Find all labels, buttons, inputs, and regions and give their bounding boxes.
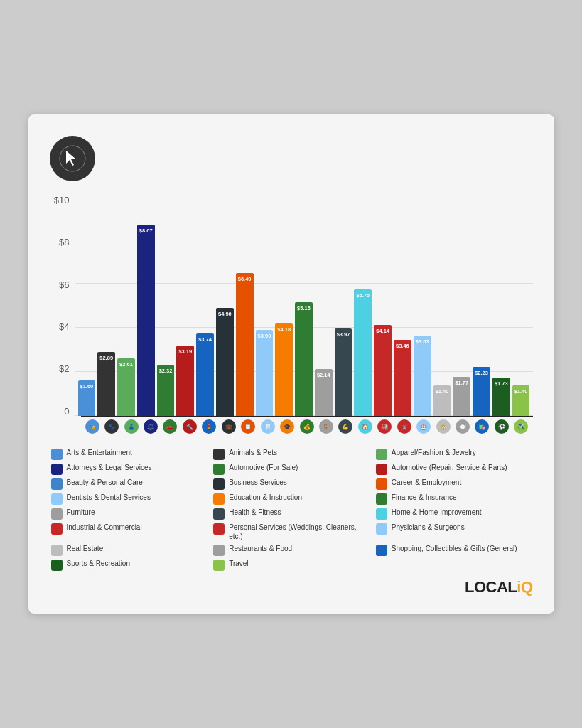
- legend-color-icon: [376, 478, 387, 490]
- x-icon-col: 🚗: [161, 419, 178, 434]
- bar-value: $3.19: [176, 348, 194, 355]
- legend-label: Arts & Entertainment: [67, 448, 132, 457]
- x-icon-col: 🏡: [434, 419, 451, 434]
- legend-item: Shopping, Collectibles & Gifts (General): [376, 544, 532, 556]
- x-axis-line: [81, 416, 533, 417]
- bar: $2.23: [473, 367, 490, 416]
- x-icon-col: 💰: [298, 419, 315, 434]
- legend-item: Restaurants & Food: [213, 544, 369, 556]
- bar-col: $3.63: [414, 336, 431, 416]
- legend-label: Real Estate: [67, 544, 104, 553]
- x-icon-col: ⚖️: [142, 419, 159, 434]
- legend-item: Business Services: [213, 478, 369, 490]
- legend-color-icon: [213, 464, 225, 475]
- bar: $4.18: [275, 323, 293, 416]
- chart-inner: 0$2$4$6$8$10 $1.60$2.89$2.61$8.67$2.32$3…: [50, 196, 533, 416]
- legend-item: Attorneys & Legal Services: [51, 463, 207, 475]
- x-icon-col: 🏠: [357, 419, 374, 434]
- legend-color-icon: [213, 523, 225, 535]
- bar-value: $1.73: [492, 380, 510, 387]
- x-icon: 🔧: [183, 419, 197, 434]
- x-icon: 🏭: [377, 419, 392, 434]
- bar-value: $1.40: [512, 388, 530, 395]
- legend-color-icon: [376, 449, 387, 460]
- bar-col: $1.73: [492, 378, 510, 416]
- legend-label: Dentists & Dental Services: [67, 493, 151, 502]
- legend-item: Personal Services (Weddings, Cleaners, e…: [213, 523, 369, 541]
- x-icon-col: 🐾: [103, 419, 120, 434]
- legend-color-icon: [213, 449, 225, 460]
- x-icon-col: ✈️: [512, 419, 529, 434]
- y-axis-label: $6: [50, 280, 70, 289]
- legend-item: Industrial & Commercial: [51, 523, 207, 541]
- legend-color-icon: [51, 478, 63, 490]
- y-axis: 0$2$4$6$8$10: [50, 196, 75, 416]
- x-icon: 🍽️: [456, 419, 470, 434]
- bar-col: $3.90: [256, 330, 274, 416]
- legend-item: Travel: [213, 559, 369, 571]
- legend-item: Education & Instruction: [213, 493, 369, 505]
- bar-col: $4.14: [374, 325, 392, 416]
- legend-color-icon: [51, 464, 63, 475]
- bar-value: $2.32: [157, 368, 175, 374]
- x-icon-col: 🪑: [318, 419, 335, 434]
- legend-color-icon: [376, 508, 387, 520]
- bar-col: $1.40: [433, 385, 451, 416]
- legend-label: Industrial & Commercial: [67, 523, 142, 532]
- x-icon-col: 💄: [200, 419, 217, 434]
- legend-label: Physicians & Surgeons: [392, 523, 465, 532]
- legend-color-icon: [213, 508, 225, 520]
- y-axis-label: $10: [50, 196, 70, 205]
- bar: $5.16: [295, 302, 313, 416]
- x-icon: 💪: [338, 419, 352, 434]
- bar: $3.74: [196, 333, 214, 416]
- x-icon: ⚖️: [144, 419, 158, 434]
- bar-col: $6.49: [236, 273, 254, 416]
- bar: $8.67: [137, 225, 155, 416]
- x-icon-col: 🎓: [279, 419, 296, 434]
- bars-and-grid: $1.60$2.89$2.61$8.67$2.32$3.19$3.74$4.90…: [75, 196, 533, 416]
- bar-value: $2.14: [315, 372, 333, 378]
- logo-icon: [50, 136, 95, 181]
- legend-color-icon: [213, 478, 225, 490]
- legend-label: Restaurants & Food: [229, 544, 292, 553]
- bar-col: $1.60: [78, 380, 96, 416]
- bar-col: $4.90: [216, 308, 234, 416]
- x-axis-icons: 🎭🐾👗⚖️🚗🔧💄💼📋🦷🎓💰🪑💪🏠🏭✂️🏥🏡🍽️🛍️⚽✈️: [81, 419, 533, 434]
- bar-col: $5.16: [295, 302, 313, 416]
- bar-col: $2.23: [473, 367, 490, 416]
- bar-value: $5.16: [295, 305, 313, 311]
- y-axis-label: $8: [50, 237, 70, 247]
- legend: Arts & EntertainmentAnimals & PetsAppare…: [50, 448, 533, 571]
- x-icon-col: 👗: [122, 419, 139, 434]
- x-icon: 👗: [124, 419, 139, 434]
- iq-text: iQ: [517, 578, 532, 596]
- bar: $5.75: [354, 289, 372, 416]
- x-icon-col: 💼: [220, 419, 237, 434]
- legend-item: Sports & Recreation: [51, 559, 207, 571]
- bar: $1.40: [433, 385, 451, 416]
- legend-item: Real Estate: [51, 544, 207, 556]
- bar-value: $3.63: [414, 338, 431, 345]
- bar: $1.77: [453, 377, 470, 416]
- bar: $6.49: [236, 273, 254, 416]
- bar-value: $1.77: [453, 380, 470, 386]
- legend-label: Sports & Recreation: [67, 559, 131, 568]
- legend-item: Dentists & Dental Services: [51, 493, 207, 505]
- x-icon: 🏥: [416, 419, 431, 434]
- bar: $3.90: [256, 330, 274, 416]
- legend-item: Beauty & Personal Care: [51, 478, 207, 490]
- bar-value: $3.46: [394, 343, 411, 349]
- legend-label: Animals & Pets: [229, 448, 277, 457]
- legend-color-icon: [51, 545, 63, 556]
- bar: $4.14: [374, 325, 392, 416]
- bar: $3.19: [176, 346, 194, 416]
- legend-item: Furniture: [51, 508, 207, 520]
- legend-label: Automotive (Repair, Service & Parts): [392, 463, 507, 472]
- bar: $4.90: [216, 308, 234, 416]
- bar: $3.63: [414, 336, 431, 416]
- legend-color-icon: [376, 545, 387, 556]
- bar: $1.73: [492, 378, 510, 416]
- y-axis-label: 0: [50, 407, 70, 416]
- x-icon: 🏡: [436, 419, 451, 434]
